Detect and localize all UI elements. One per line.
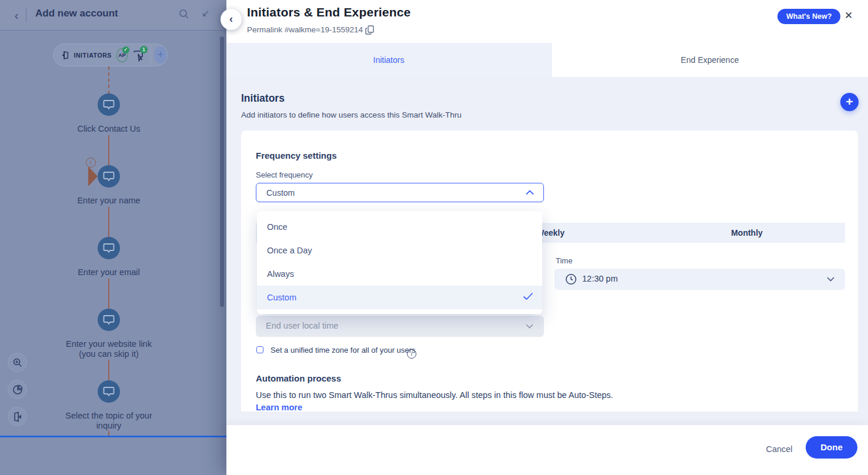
learn-more-link[interactable]: Learn more [256,403,302,412]
step-label: Enter your email [59,267,159,277]
section-title: Initiators [241,92,285,105]
chevron-up-icon [526,190,534,195]
section-subtitle: Add initiators to define how users acces… [241,111,462,119]
initiator-trigger[interactable]: 1 [132,49,145,62]
chat-bubble-icon [104,101,114,109]
step-node[interactable] [98,309,120,331]
sidebar-scrollbar[interactable] [220,36,224,307]
step-label: Click Contact Us [59,124,159,134]
flow-connector [108,279,109,309]
flow-connector [108,207,109,237]
step-node[interactable] [98,93,120,116]
chat-bubble-icon [104,387,114,396]
analytics-button[interactable] [8,380,27,399]
dialog-footer: Cancel Done [226,425,868,475]
time-value: 12:30 pm [582,274,617,283]
step-label: Enter your name [59,196,159,206]
automation-process-title: Automation process [256,373,341,383]
timezone-select[interactable]: End user local time [256,316,544,337]
flow-connector [108,135,109,165]
dialog-body: Initiators Add initiators to define how … [226,77,868,425]
step-node[interactable] [98,380,120,403]
zoom-in-icon [12,357,23,368]
step-label: Select the topic of your inquiry [59,411,159,430]
unified-timezone-label: Set a unified time zone for all of your … [271,346,518,354]
option-custom-label: Custom [267,293,296,302]
chevron-down-icon [526,324,533,329]
sidebar-header: ‹ Add new account [0,0,226,31]
auto-play-badge[interactable]: AP ✓ [116,48,128,62]
editor-sidebar: ‹ Add new account INITIATORS AP ✓ [0,0,226,475]
frequency-select[interactable]: Custom [256,183,544,202]
step-node[interactable] [98,165,120,188]
step-node[interactable] [98,237,120,259]
popup-pointer-shape [88,166,98,186]
option-custom[interactable]: Custom [257,286,542,309]
frequency-select-value: Custom [266,188,295,198]
chat-bubble-icon [104,316,114,324]
app-window: ‹ Add new account INITIATORS AP ✓ [0,0,868,475]
dialog-tabs: Initiators End Experience [226,43,868,77]
initiators-dialog: Initiators & End Experience Permalink #w… [226,0,868,475]
option-once-a-day[interactable]: Once a Day [257,239,542,262]
zoom-in-button[interactable] [8,353,27,372]
option-always[interactable]: Always [257,262,542,286]
option-once[interactable]: Once [257,215,542,239]
check-badge-icon: ✓ [122,46,129,53]
cancel-button[interactable]: Cancel [762,440,797,458]
walkthru-title: Add new account [35,8,118,19]
dialog-title: Initiators & End Experience [247,5,410,19]
door-exit-icon [12,412,23,422]
flow-connector [108,66,109,94]
check-icon [523,292,533,300]
add-initiator-button[interactable]: + [840,93,859,111]
back-chevron-icon[interactable]: ‹ [11,8,22,23]
close-icon[interactable]: ✕ [842,9,855,22]
subtab-monthly[interactable]: Monthly [649,223,845,243]
done-button[interactable]: Done [806,436,857,459]
time-select[interactable]: 12:30 pm [555,269,845,290]
pie-chart-icon [12,384,23,395]
initiators-node-label: INITIATORS [74,52,112,59]
timezone-value: End user local time [266,321,338,330]
whats-new-button[interactable]: What's New? [777,9,840,24]
exit-preview-button[interactable] [8,407,27,426]
tab-end-experience[interactable]: End Experience [552,43,868,77]
tab-initiators[interactable]: Initiators [226,43,552,77]
flow-connector [108,360,109,380]
search-icon[interactable] [178,8,191,21]
initiator-count-badge: 1 [140,46,148,53]
flow-connector [108,431,109,436]
info-icon[interactable]: i [407,349,416,359]
step-label: Enter your website link (you can skip it… [59,339,159,359]
permalink-text: Permalink #walkme=19-1559214 [247,25,363,34]
automation-process-text: Use this to run two Smart Walk-Thrus sim… [256,390,844,400]
frequency-settings-title: Frequency settings [256,150,337,160]
header-divider [26,8,26,22]
unified-timezone-checkbox[interactable] [256,346,263,353]
pill-divider [151,44,151,66]
clock-icon [565,273,577,285]
frequency-dropdown-menu: Once Once a Day Always Custom [257,211,542,314]
info-icon[interactable]: i [86,158,96,168]
chat-bubble-icon [104,172,114,180]
time-label: Time [556,256,572,265]
select-frequency-label: Select frequency [256,170,313,179]
initiators-node[interactable]: INITIATORS AP ✓ 1 + [53,44,168,66]
chevron-down-icon [827,277,834,282]
editor-bottom-toolbar: ▷ ⚙ Cancel Save S&P [0,436,226,475]
copy-icon[interactable] [365,25,375,35]
chat-bubble-icon [104,244,114,252]
node-add-button[interactable]: + [154,46,167,63]
door-icon [61,49,69,61]
collapse-panel-button[interactable]: ‹ [221,9,242,30]
collapse-icon[interactable] [199,8,212,21]
